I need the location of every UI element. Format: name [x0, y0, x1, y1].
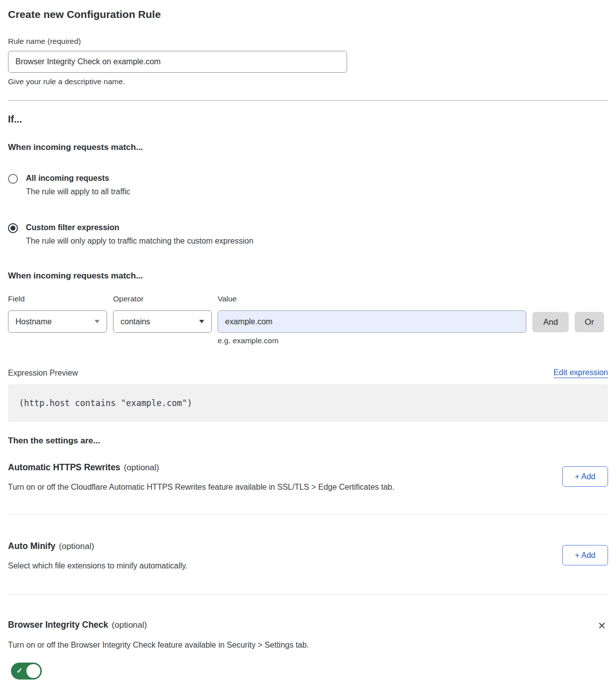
expression-preview-label: Expression Preview [8, 368, 78, 378]
chevron-down-icon [199, 320, 204, 323]
setting-optional-tag: (optional) [59, 542, 94, 551]
setting-description: Select which file extensions to minify a… [8, 561, 188, 571]
field-column: Field Hostname [8, 294, 107, 333]
settings-heading: Then the settings are... [8, 435, 608, 446]
radio-label: Custom filter expression [26, 223, 253, 233]
setting-description: Turn on or off the Cloudflare Automatic … [8, 482, 394, 492]
field-select-value: Hostname [15, 317, 52, 326]
radio-option-all-incoming-requests[interactable]: All incoming requests The rule will appl… [8, 173, 608, 197]
setting-title-row: Browser Integrity Check (optional) [8, 620, 147, 630]
setting-browser-integrity-check: Browser Integrity Check (optional) ✕ Tur… [8, 620, 608, 680]
expression-builder-heading: When incoming requests match... [8, 271, 608, 281]
setting-title-row: Auto Minify (optional) [8, 541, 188, 551]
radio-description: The rule will apply to all traffic [26, 187, 130, 197]
match-heading: When incoming requests match... [8, 142, 608, 152]
divider [8, 594, 608, 595]
add-auto-minify-button[interactable]: + Add [562, 545, 608, 565]
chevron-down-icon [95, 320, 100, 323]
setting-header-row: Browser Integrity Check (optional) ✕ [8, 620, 608, 631]
setting-description: Turn on or off the Browser Integrity Che… [8, 640, 608, 650]
setting-optional-tag: (optional) [124, 463, 159, 473]
expression-preview-code: (http.host contains "example.com") [8, 384, 608, 422]
expression-preview-header: Expression Preview Edit expression [8, 368, 608, 378]
edit-expression-link[interactable]: Edit expression [554, 368, 608, 378]
radio-option-text: Custom filter expression The rule will o… [26, 223, 253, 246]
setting-text: Automatic HTTPS Rewrites (optional) Turn… [8, 462, 394, 492]
toggle-knob [26, 664, 40, 678]
operator-select[interactable]: contains [113, 310, 212, 333]
rule-name-label: Rule name (required) [8, 37, 608, 46]
field-label: Field [8, 294, 107, 303]
value-column: Value e.g. example.com [218, 294, 526, 345]
if-heading: If... [8, 113, 608, 125]
expression-builder-row: Field Hostname Operator contains Value e… [8, 294, 608, 345]
radio-button-custom-filter[interactable] [8, 223, 18, 233]
value-label: Value [218, 294, 526, 303]
setting-optional-tag: (optional) [112, 620, 147, 630]
setting-title: Auto Minify [8, 541, 55, 551]
browser-integrity-toggle[interactable]: ✓ [11, 663, 42, 680]
value-helper: e.g. example.com [218, 336, 526, 345]
operator-select-value: contains [121, 317, 150, 326]
radio-label: All incoming requests [26, 173, 130, 183]
close-icon[interactable]: ✕ [596, 621, 608, 631]
rule-name-input[interactable] [8, 51, 347, 73]
or-button[interactable]: Or [575, 312, 604, 332]
setting-automatic-https-rewrites: Automatic HTTPS Rewrites (optional) Turn… [8, 462, 608, 492]
field-select[interactable]: Hostname [8, 310, 107, 333]
setting-auto-minify: Auto Minify (optional) Select which file… [8, 541, 608, 571]
rule-name-helper: Give your rule a descriptive name. [8, 77, 608, 86]
setting-title: Browser Integrity Check [8, 620, 108, 630]
add-automatic-https-rewrites-button[interactable]: + Add [562, 466, 608, 487]
radio-option-custom-filter-expression[interactable]: Custom filter expression The rule will o… [8, 223, 608, 246]
and-button[interactable]: And [532, 312, 569, 332]
divider [8, 515, 608, 515]
check-icon: ✓ [16, 666, 23, 675]
setting-title-row: Automatic HTTPS Rewrites (optional) [8, 462, 394, 473]
setting-text: Auto Minify (optional) Select which file… [8, 541, 188, 571]
divider [8, 100, 608, 101]
operator-column: Operator contains [113, 294, 212, 333]
radio-description: The rule will only apply to traffic matc… [26, 236, 253, 246]
radio-option-text: All incoming requests The rule will appl… [26, 173, 130, 197]
setting-title: Automatic HTTPS Rewrites [8, 462, 121, 473]
operator-label: Operator [113, 294, 212, 303]
and-or-buttons: And Or [532, 312, 604, 332]
page-title: Create new Configuration Rule [8, 8, 608, 21]
create-configuration-rule-form: Create new Configuration Rule Rule name … [0, 8, 616, 680]
radio-button-all-incoming[interactable] [8, 174, 18, 184]
value-input[interactable] [218, 310, 526, 333]
